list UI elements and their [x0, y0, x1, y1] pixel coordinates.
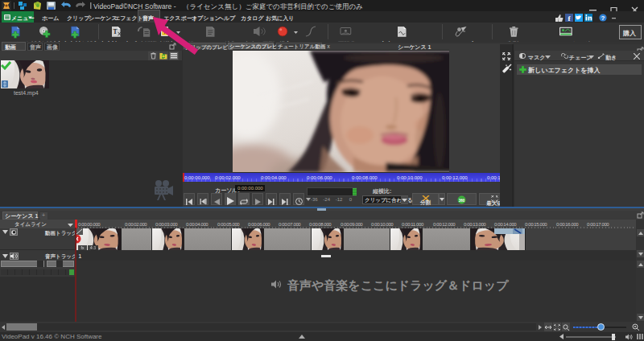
- svg-text:360: 360: [459, 199, 465, 203]
- svg-text:?: ?: [601, 14, 605, 22]
- svg-text:T: T: [114, 28, 118, 35]
